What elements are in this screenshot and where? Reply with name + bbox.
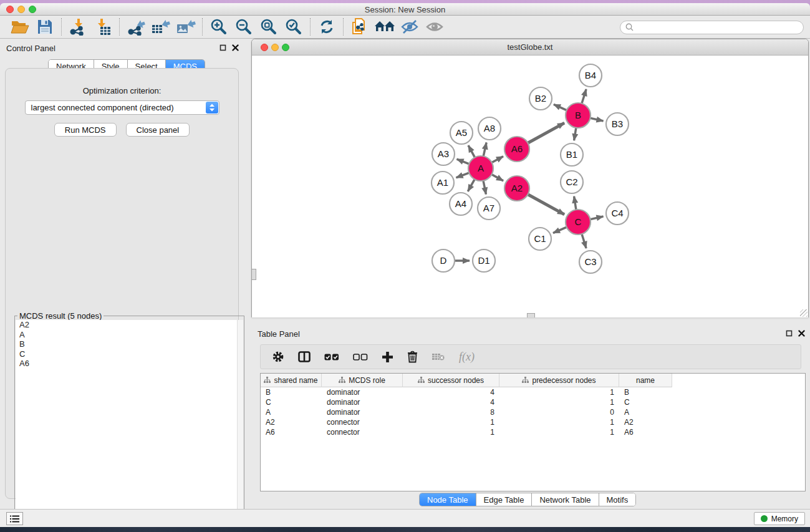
graph-edge-A-A8[interactable] [483, 143, 486, 158]
export-table-icon [151, 18, 171, 36]
mcds-result-item[interactable]: B [16, 339, 237, 349]
toolbar-separator [202, 18, 203, 36]
plus-icon [382, 351, 393, 363]
table-cell: C [619, 397, 672, 407]
column-header-shared-name[interactable]: shared name [261, 374, 322, 387]
mcds-result-item[interactable]: A6 [16, 359, 237, 369]
table-row[interactable]: Adominator80A [261, 407, 805, 417]
graph-edge-B-B2[interactable] [554, 104, 568, 110]
column-header-successor-nodes[interactable]: successor nodes [403, 374, 499, 387]
export-image-button[interactable] [173, 17, 198, 37]
run-mcds-button[interactable]: Run MCDS [54, 123, 117, 137]
tab-edge-table[interactable]: Edge Table [476, 493, 533, 506]
table-panel: Table Panel [251, 324, 810, 509]
refresh-button[interactable] [314, 17, 339, 37]
column-header-predecessor-nodes[interactable]: predecessor nodes [499, 374, 619, 387]
graph-edge-A-A5[interactable] [468, 145, 475, 158]
memory-button[interactable]: Memory [754, 512, 805, 525]
show-columns-button[interactable] [298, 351, 311, 362]
table-selector-tabs: Node TableEdge TableNetwork TableMotifs [419, 493, 636, 506]
node-table: shared nameMCDS rolesuccessor nodesprede… [260, 373, 806, 491]
float-panel-icon[interactable] [219, 44, 226, 51]
main-toolbar [0, 16, 810, 39]
toolbar-separator [343, 18, 344, 36]
toolbar-separator [61, 18, 62, 36]
import-table-button[interactable] [90, 17, 115, 37]
graph-edge-A-A4[interactable] [468, 178, 475, 191]
create-column-button[interactable] [382, 351, 393, 363]
table-cell: connector [322, 417, 403, 427]
tab-motifs[interactable]: Motifs [599, 493, 636, 506]
table-row[interactable]: A2connector11A2 [261, 417, 805, 427]
graph-edge-A-A2[interactable] [491, 174, 503, 181]
table-row[interactable]: Cdominator41C [261, 397, 805, 407]
tab-node-table[interactable]: Node Table [420, 493, 476, 506]
mcds-result-item[interactable]: A [16, 330, 237, 340]
window-resize-grip[interactable] [800, 309, 808, 317]
table-cell: 8 [403, 407, 499, 417]
zoom-out-button[interactable] [231, 17, 256, 37]
table-cell: A [619, 407, 672, 417]
network-window-titlebar[interactable]: testGlobe.txt [252, 39, 808, 56]
result-scrollbar[interactable] [237, 320, 243, 526]
table-row[interactable]: A6connector11A6 [261, 427, 805, 437]
network-canvas[interactable]: AA1A2A3A4A5A6A7A8BB1B2B3B4CC1C2C3C4DD1 [252, 56, 808, 317]
table-row[interactable]: Bdominator41B [261, 387, 805, 397]
clone-network-button[interactable] [347, 17, 372, 37]
column-header-name[interactable]: name [619, 374, 672, 387]
graph-edge-C-C3[interactable] [581, 233, 586, 248]
memory-label: Memory [771, 515, 798, 523]
graph-node-label: A5 [456, 127, 467, 138]
graph-node-label: A [478, 163, 484, 173]
graph-edge-A6-B[interactable] [527, 123, 564, 143]
import-network-icon [69, 18, 87, 36]
panel-list-button[interactable] [6, 512, 23, 525]
search-input[interactable] [620, 21, 804, 34]
graph-edge-C-C1[interactable] [553, 226, 568, 233]
graph-edge-B-B1[interactable] [574, 127, 577, 141]
graph-edge-C-C4[interactable] [589, 216, 604, 220]
graph-edge-A-A1[interactable] [456, 172, 471, 178]
graph-edge-A2-C[interactable] [527, 194, 564, 215]
delete-table-button[interactable] [432, 352, 445, 361]
zoom-in-button[interactable] [206, 17, 231, 37]
hide-graphics-details-button[interactable] [397, 17, 422, 37]
graph-edge-C-C2[interactable] [574, 196, 577, 211]
graph-edge-A-A7[interactable] [483, 180, 486, 195]
table-cell: 0 [499, 407, 619, 417]
select-all-columns-button[interactable] [324, 354, 339, 360]
tab-network-table[interactable]: Network Table [532, 493, 599, 506]
mcds-result-item[interactable]: A2 [16, 320, 237, 330]
close-panel-icon[interactable] [232, 44, 239, 51]
mcds-result-item[interactable]: C [16, 349, 237, 359]
network-overview-button[interactable] [372, 17, 397, 37]
optimization-criterion-dropdown[interactable]: largest connected component (directed) [25, 100, 219, 115]
export-network-button[interactable] [123, 17, 148, 37]
export-table-button[interactable] [148, 17, 173, 37]
deselect-all-columns-button[interactable] [353, 354, 368, 360]
close-panel-button[interactable]: Close panel [126, 123, 190, 137]
show-graphics-details-button[interactable] [422, 17, 447, 37]
graph-edge-B-B4[interactable] [581, 89, 586, 105]
graph-edge-A-A6[interactable] [491, 157, 503, 163]
function-builder-button[interactable]: f(x) [459, 351, 475, 364]
graph-edge-B-B3[interactable] [589, 118, 604, 121]
graph-node-label: B2 [535, 93, 546, 104]
refresh-icon [319, 19, 335, 35]
save-session-button[interactable] [32, 17, 57, 37]
birds-eye-grip[interactable] [527, 313, 535, 317]
zoom-fit-button[interactable] [256, 17, 281, 37]
open-session-button[interactable] [7, 17, 32, 37]
import-network-button[interactable] [65, 17, 90, 37]
list-icon [10, 515, 19, 523]
delete-column-button[interactable] [407, 351, 418, 363]
zoom-selected-button[interactable] [281, 17, 306, 37]
graph-edge-A-A3[interactable] [457, 159, 471, 164]
table-settings-button[interactable] [272, 351, 284, 363]
close-panel-icon[interactable] [798, 330, 805, 337]
table-cell: dominator [322, 397, 403, 407]
float-panel-icon[interactable] [786, 330, 793, 337]
column-header-mcds-role[interactable]: MCDS role [322, 374, 403, 387]
tool-palette-grip[interactable] [252, 269, 256, 280]
column-type-icon [264, 377, 271, 384]
